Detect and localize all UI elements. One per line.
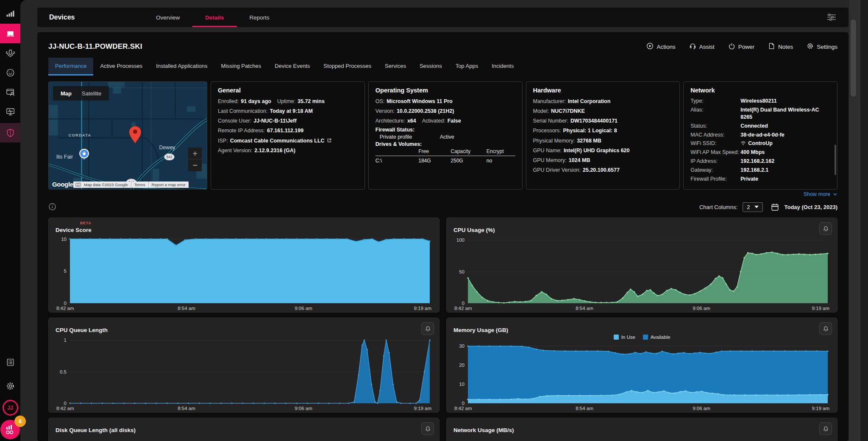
drives-heading: Drives & Volumes: [376,141,515,147]
map-type-toggle: Map Satellite [53,86,109,100]
date-range-label[interactable]: Today (Oct 23, 2023) [785,204,837,210]
brand-logo[interactable]: 6 [0,420,20,439]
field-label: Type: [690,189,740,190]
page-scrollbar[interactable] [849,0,860,441]
svg-text:9:06 am: 9:06 am [693,306,710,311]
satellite-button[interactable]: Satellite [77,90,106,97]
calendar-icon[interactable] [771,203,779,212]
settings-button[interactable]: Settings [807,42,837,51]
tab-overview[interactable]: Overview [143,8,192,27]
svg-text:10: 10 [61,237,67,242]
svg-text:9:06 am: 9:06 am [693,406,710,411]
field: GPU Driver Version:25.20.100.6577 [533,167,620,173]
field-value: 91 days ago [241,98,271,104]
subtab-active-processes[interactable]: Active Processes [93,58,149,75]
show-more-link[interactable]: Show more [804,191,837,197]
map-data-credit: Map data ©2023 Google [81,182,131,187]
field: Uptime:35.72 mins [277,98,325,104]
sidebar-item-devices[interactable] [0,24,20,43]
subtab-device-events[interactable]: Device Events [268,58,317,75]
sidebar-item-monitoring[interactable] [0,102,20,121]
network-row: Status:Connected [690,123,830,130]
alert-bell-button[interactable] [421,422,434,435]
network-panel: Network Type:Wireless80211Alias:Intel(R)… [683,81,837,190]
filter-sliders-icon[interactable] [826,13,837,22]
field: GPU Memory:1024 MB [533,157,590,163]
panel-scrollbar-thumb[interactable] [835,145,836,175]
subtab-installed-applications[interactable]: Installed Applications [149,58,214,75]
map-button[interactable]: Map [56,90,77,97]
map-panel[interactable]: CORDATA Dewey llis Fair RNWALL PARK BARK… [48,81,207,190]
alert-bell-button[interactable] [421,322,434,335]
alert-bell-button[interactable] [819,222,832,235]
chart-header: Disk Queue Length (all disks) [56,422,432,434]
report-list-icon[interactable] [0,352,20,372]
panel-title: Operating System [376,87,515,94]
power-icon [728,42,735,51]
settings-gear-icon[interactable] [0,376,20,396]
info-icon[interactable] [48,203,57,211]
field-value: Today at 9:18 AM [270,108,312,114]
field-value-text: Intel(R) Dual Band Wireless-AC 8265 [740,107,819,120]
assist-button[interactable]: Assist [689,42,715,51]
field: Version:10.0.22000.2538 (21H2) [376,108,454,114]
subtab-services[interactable]: Services [378,58,413,75]
keyboard-icon[interactable] [75,183,81,187]
alert-bell-button[interactable] [819,322,832,335]
tab-reports[interactable]: Reports [237,8,282,27]
svg-text:9:19 am: 9:19 am [414,406,431,411]
window-edge [860,0,868,441]
svg-text:8:42 am: 8:42 am [454,406,472,411]
network-row: WiFi SSID:ControUp [690,140,830,147]
field-row: Last Communication:Today at 9:18 AM [218,107,358,115]
general-panel: General Enrolled:91 days agoUptime:35.72… [211,81,365,190]
field: Processors:Physical: 1 Logical: 8 [533,128,617,134]
field-value: 38-de-ad-e4-0d-fe [740,131,830,139]
drives-table: Free Capacity Encrypt C:\ 184G 250G no [376,148,515,164]
subtab-missing-patches[interactable]: Missing Patches [214,58,268,75]
chart-title-wrap: Memory Usage (GB) [453,322,508,334]
subtab-performance[interactable]: Performance [48,58,93,75]
subtab-stopped-processes[interactable]: Stopped Processes [317,58,378,75]
drive-row: C:\ 184G 250G no [376,156,515,164]
external-link-icon[interactable] [327,137,332,142]
top-tab-bar: Devices OverviewDetailsReports [37,8,849,27]
field-label: GPU Driver Version: [533,167,581,173]
sidebar-item-security-shield[interactable] [0,123,20,142]
subtab-sessions[interactable]: Sessions [413,58,449,75]
app-sidebar: JJ 6 [0,0,20,441]
field: Remote IP Address:67.161.112.199 [218,128,303,134]
zoom-out-button[interactable]: − [188,159,202,171]
field-label: Alias: [690,106,740,121]
chart-title: Disk Queue Length (all disks) [56,427,136,433]
subtab-top-apps[interactable]: Top Apps [449,58,485,75]
report-map-error-link[interactable]: Report a map error [148,181,189,188]
device-sub-tabs: PerformanceActive ProcessesInstalled App… [48,58,837,75]
sidebar-item-assist-mic[interactable] [0,43,20,63]
actions-button[interactable]: Actions [646,42,675,51]
sidebar-item-remote-session[interactable] [0,82,20,102]
sidebar-item-sentiment[interactable] [0,63,20,82]
firewall-status-heading: Firewall Status: [376,127,515,133]
chart-columns-select[interactable]: 2 [743,202,762,212]
tab-details[interactable]: Details [192,8,236,27]
terms-link[interactable]: Terms [131,181,148,188]
chart-title-wrap: Disk Queue Length (all disks) [56,422,136,434]
field-value: Ethernet [740,189,830,190]
field-row: Version:10.0.22000.2538 (21H2) [376,107,515,115]
network-row: MAC Address:38-de-ad-e4-0d-fe [690,131,830,139]
field-label: IP Address: [690,158,740,165]
subtab-incidents[interactable]: Incidents [485,58,520,75]
field-label: OS: [376,98,385,104]
user-avatar[interactable]: JJ [3,400,18,416]
field-label: Version: [376,108,395,114]
notes-button[interactable]: Notes [768,42,793,51]
chart-title: Memory Usage (GB) [453,327,508,333]
field-value-text: Connected [740,123,768,129]
stats-bars-icon[interactable] [0,4,20,24]
alert-bell-button[interactable] [819,422,832,435]
zoom-in-button[interactable]: + [188,148,202,159]
field-value: 67.161.112.199 [267,128,303,134]
scrollbar-thumb[interactable] [851,20,856,97]
power-button[interactable]: Power [728,42,754,51]
